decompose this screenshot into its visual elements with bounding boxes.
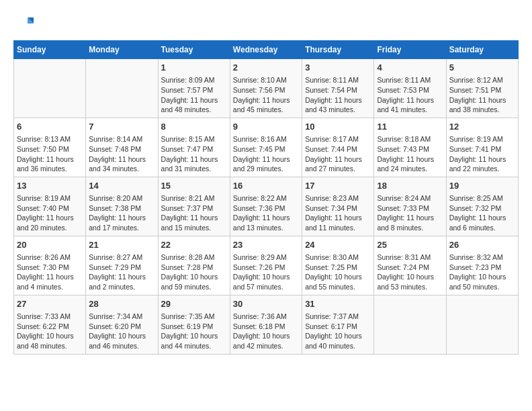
calendar-header-row: SundayMondayTuesdayWednesdayThursdayFrid… <box>14 41 519 59</box>
cell-info: Sunrise: 8:30 AMSunset: 7:25 PMDaylight:… <box>305 253 371 292</box>
cell-info: Sunrise: 7:37 AMSunset: 6:17 PMDaylight:… <box>305 312 371 351</box>
calendar-cell: 6Sunrise: 8:13 AMSunset: 7:50 PMDaylight… <box>14 118 86 177</box>
calendar-row: 20Sunrise: 8:26 AMSunset: 7:30 PMDayligh… <box>14 236 519 295</box>
column-header-saturday: Saturday <box>446 41 518 59</box>
day-number: 18 <box>377 180 443 192</box>
calendar-cell: 17Sunrise: 8:23 AMSunset: 7:34 PMDayligh… <box>302 177 374 236</box>
cell-info: Sunrise: 7:35 AMSunset: 6:19 PMDaylight:… <box>161 312 227 351</box>
cell-info: Sunrise: 8:24 AMSunset: 7:33 PMDaylight:… <box>377 193 443 233</box>
calendar-cell <box>374 295 446 354</box>
cell-info: Sunrise: 8:17 AMSunset: 7:44 PMDaylight:… <box>305 134 371 174</box>
cell-info: Sunrise: 8:23 AMSunset: 7:34 PMDaylight:… <box>305 193 371 233</box>
cell-info: Sunrise: 7:34 AMSunset: 6:20 PMDaylight:… <box>89 312 154 351</box>
day-number: 6 <box>17 121 83 133</box>
column-header-wednesday: Wednesday <box>230 41 302 59</box>
cell-info: Sunrise: 8:14 AMSunset: 7:48 PMDaylight:… <box>89 134 154 174</box>
column-header-sunday: Sunday <box>14 41 86 59</box>
day-number: 21 <box>89 239 154 251</box>
calendar-cell: 5Sunrise: 8:12 AMSunset: 7:51 PMDaylight… <box>446 59 518 118</box>
day-number: 13 <box>17 180 83 192</box>
day-number: 30 <box>233 298 299 310</box>
calendar-cell: 9Sunrise: 8:16 AMSunset: 7:45 PMDaylight… <box>230 118 302 177</box>
calendar-cell: 10Sunrise: 8:17 AMSunset: 7:44 PMDayligh… <box>302 118 374 177</box>
cell-info: Sunrise: 8:19 AMSunset: 7:41 PMDaylight:… <box>449 134 515 174</box>
logo-icon <box>13 13 34 34</box>
cell-info: Sunrise: 8:22 AMSunset: 7:36 PMDaylight:… <box>233 193 299 233</box>
calendar-row: 13Sunrise: 8:19 AMSunset: 7:40 PMDayligh… <box>14 177 519 236</box>
calendar-cell: 27Sunrise: 7:33 AMSunset: 6:22 PMDayligh… <box>14 295 86 354</box>
calendar-cell: 13Sunrise: 8:19 AMSunset: 7:40 PMDayligh… <box>14 177 86 236</box>
day-number: 1 <box>161 62 227 74</box>
cell-info: Sunrise: 8:20 AMSunset: 7:38 PMDaylight:… <box>89 193 154 233</box>
cell-info: Sunrise: 8:13 AMSunset: 7:50 PMDaylight:… <box>17 134 83 174</box>
cell-info: Sunrise: 8:28 AMSunset: 7:28 PMDaylight:… <box>161 253 227 292</box>
cell-info: Sunrise: 8:19 AMSunset: 7:40 PMDaylight:… <box>17 193 83 233</box>
cell-info: Sunrise: 8:10 AMSunset: 7:56 PMDaylight:… <box>233 75 299 115</box>
day-number: 4 <box>377 62 443 74</box>
cell-info: Sunrise: 8:11 AMSunset: 7:53 PMDaylight:… <box>377 75 443 115</box>
day-number: 5 <box>449 62 515 74</box>
cell-info: Sunrise: 8:15 AMSunset: 7:47 PMDaylight:… <box>161 134 227 174</box>
cell-info: Sunrise: 8:12 AMSunset: 7:51 PMDaylight:… <box>449 75 515 115</box>
calendar-cell: 30Sunrise: 7:36 AMSunset: 6:18 PMDayligh… <box>230 295 302 354</box>
day-number: 25 <box>377 239 443 251</box>
cell-info: Sunrise: 8:27 AMSunset: 7:29 PMDaylight:… <box>89 253 154 292</box>
cell-info: Sunrise: 8:26 AMSunset: 7:30 PMDaylight:… <box>17 253 83 292</box>
day-number: 12 <box>449 121 515 133</box>
cell-info: Sunrise: 7:36 AMSunset: 6:18 PMDaylight:… <box>233 312 299 351</box>
day-number: 23 <box>233 239 299 251</box>
calendar-cell: 26Sunrise: 8:32 AMSunset: 7:23 PMDayligh… <box>446 236 518 295</box>
calendar-cell: 22Sunrise: 8:28 AMSunset: 7:28 PMDayligh… <box>158 236 230 295</box>
calendar-cell <box>446 295 518 354</box>
day-number: 7 <box>89 121 154 133</box>
calendar-cell: 11Sunrise: 8:18 AMSunset: 7:43 PMDayligh… <box>374 118 446 177</box>
day-number: 3 <box>305 62 371 74</box>
calendar-cell: 25Sunrise: 8:31 AMSunset: 7:24 PMDayligh… <box>374 236 446 295</box>
column-header-monday: Monday <box>86 41 158 59</box>
logo <box>13 13 36 34</box>
calendar-cell: 23Sunrise: 8:29 AMSunset: 7:26 PMDayligh… <box>230 236 302 295</box>
day-number: 16 <box>233 180 299 192</box>
day-number: 24 <box>305 239 371 251</box>
day-number: 14 <box>89 180 154 192</box>
cell-info: Sunrise: 8:21 AMSunset: 7:37 PMDaylight:… <box>161 193 227 233</box>
calendar-row: 27Sunrise: 7:33 AMSunset: 6:22 PMDayligh… <box>14 295 519 354</box>
cell-info: Sunrise: 8:25 AMSunset: 7:32 PMDaylight:… <box>449 193 515 233</box>
day-number: 29 <box>161 298 227 310</box>
day-number: 26 <box>449 239 515 251</box>
day-number: 11 <box>377 121 443 133</box>
cell-info: Sunrise: 8:11 AMSunset: 7:54 PMDaylight:… <box>305 75 371 115</box>
day-number: 15 <box>161 180 227 192</box>
day-number: 22 <box>161 239 227 251</box>
calendar-cell: 19Sunrise: 8:25 AMSunset: 7:32 PMDayligh… <box>446 177 518 236</box>
day-number: 27 <box>17 298 83 310</box>
cell-info: Sunrise: 7:33 AMSunset: 6:22 PMDaylight:… <box>17 312 83 351</box>
calendar-cell: 18Sunrise: 8:24 AMSunset: 7:33 PMDayligh… <box>374 177 446 236</box>
day-number: 8 <box>161 121 227 133</box>
calendar-cell: 28Sunrise: 7:34 AMSunset: 6:20 PMDayligh… <box>86 295 158 354</box>
calendar-cell: 31Sunrise: 7:37 AMSunset: 6:17 PMDayligh… <box>302 295 374 354</box>
calendar-row: 1Sunrise: 8:09 AMSunset: 7:57 PMDaylight… <box>14 59 519 118</box>
calendar-row: 6Sunrise: 8:13 AMSunset: 7:50 PMDaylight… <box>14 118 519 177</box>
calendar-cell: 4Sunrise: 8:11 AMSunset: 7:53 PMDaylight… <box>374 59 446 118</box>
calendar-cell <box>14 59 86 118</box>
calendar-cell: 20Sunrise: 8:26 AMSunset: 7:30 PMDayligh… <box>14 236 86 295</box>
calendar-cell: 14Sunrise: 8:20 AMSunset: 7:38 PMDayligh… <box>86 177 158 236</box>
day-number: 10 <box>305 121 371 133</box>
column-header-tuesday: Tuesday <box>158 41 230 59</box>
page-header <box>13 13 519 34</box>
calendar-table: SundayMondayTuesdayWednesdayThursdayFrid… <box>13 40 519 355</box>
day-number: 28 <box>89 298 154 310</box>
cell-info: Sunrise: 8:29 AMSunset: 7:26 PMDaylight:… <box>233 253 299 292</box>
cell-info: Sunrise: 8:18 AMSunset: 7:43 PMDaylight:… <box>377 134 443 174</box>
calendar-cell: 2Sunrise: 8:10 AMSunset: 7:56 PMDaylight… <box>230 59 302 118</box>
calendar-cell: 12Sunrise: 8:19 AMSunset: 7:41 PMDayligh… <box>446 118 518 177</box>
day-number: 31 <box>305 298 371 310</box>
cell-info: Sunrise: 8:32 AMSunset: 7:23 PMDaylight:… <box>449 253 515 292</box>
calendar-cell: 7Sunrise: 8:14 AMSunset: 7:48 PMDaylight… <box>86 118 158 177</box>
calendar-cell: 21Sunrise: 8:27 AMSunset: 7:29 PMDayligh… <box>86 236 158 295</box>
day-number: 2 <box>233 62 299 74</box>
day-number: 17 <box>305 180 371 192</box>
cell-info: Sunrise: 8:31 AMSunset: 7:24 PMDaylight:… <box>377 253 443 292</box>
cell-info: Sunrise: 8:09 AMSunset: 7:57 PMDaylight:… <box>161 75 227 115</box>
